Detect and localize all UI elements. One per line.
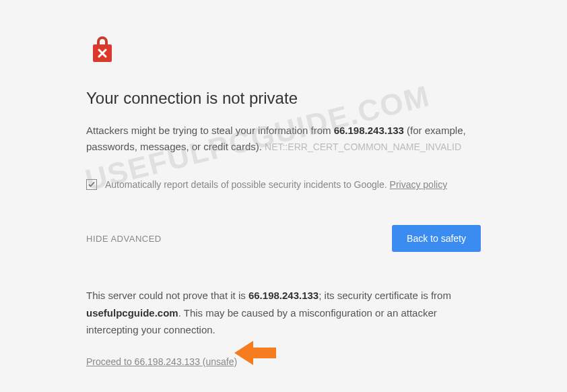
certificate-message: This server could not prove that it is 6… bbox=[86, 287, 481, 339]
page-title: Your connection is not private bbox=[86, 89, 481, 108]
proceed-unsafe-link[interactable]: Proceed to 66.198.243.133 (unsafe) bbox=[86, 356, 237, 367]
warning-ip: 66.198.243.133 bbox=[334, 125, 404, 136]
back-to-safety-button[interactable]: Back to safety bbox=[392, 225, 481, 252]
checkbox-label: Automatically report details of possible… bbox=[105, 179, 390, 190]
cert-mid: ; its security certificate is from bbox=[319, 290, 451, 301]
report-checkbox-row: Automatically report details of possible… bbox=[86, 179, 481, 190]
privacy-policy-link[interactable]: Privacy policy bbox=[390, 179, 448, 190]
warning-message: Attackers might be trying to steal your … bbox=[86, 123, 481, 155]
hide-advanced-button[interactable]: HIDE ADVANCED bbox=[86, 234, 162, 244]
cert-domain: usefulpcguide.com bbox=[86, 307, 178, 319]
lock-warning-icon bbox=[86, 32, 119, 65]
warning-prefix: Attackers might be trying to steal your … bbox=[86, 125, 334, 136]
cert-prefix: This server could not prove that it is bbox=[86, 290, 248, 301]
report-checkbox[interactable] bbox=[86, 179, 97, 190]
annotation-arrow-icon bbox=[234, 341, 276, 368]
cert-ip: 66.198.243.133 bbox=[248, 290, 319, 301]
error-code: NET::ERR_CERT_COMMON_NAME_INVALID bbox=[265, 141, 461, 152]
